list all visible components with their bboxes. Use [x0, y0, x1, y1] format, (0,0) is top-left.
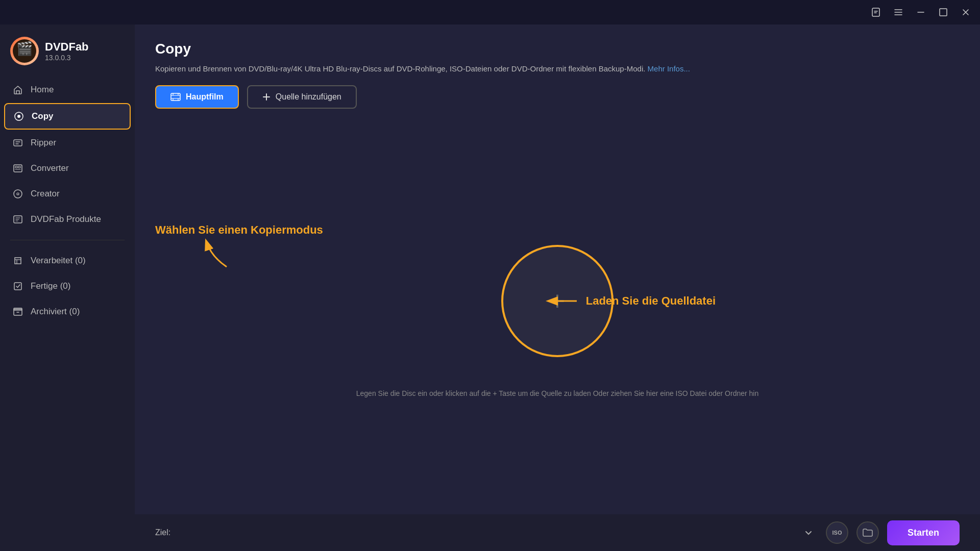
app-version: 13.0.0.3: [45, 54, 89, 62]
description-text: Kopieren und Brennen von DVD/Blu-ray/4K …: [155, 64, 645, 73]
circle-container: + Laden Sie die Quelldatei: [501, 245, 614, 357]
svg-rect-1: [940, 9, 947, 16]
sidebar-item-creator-label: Creator: [31, 189, 60, 199]
verarbeitet-icon: [12, 255, 23, 266]
minimize-icon[interactable]: [915, 6, 927, 18]
sidebar-item-home-label: Home: [31, 85, 54, 95]
ziel-label: Ziel:: [155, 528, 170, 537]
ripper-icon: [12, 137, 23, 148]
sidebar-item-fertige-label: Fertige (0): [31, 281, 70, 291]
sidebar-item-home[interactable]: Home: [4, 78, 131, 102]
sidebar-item-dvdfab[interactable]: DVDFab Produkte: [4, 207, 131, 232]
svg-rect-6: [14, 140, 22, 146]
main-content: Copy Kopieren und Brennen von DVD/Blu-ra…: [135, 24, 980, 551]
sidebar-item-archiviert[interactable]: Archiviert (0): [4, 299, 131, 324]
sidebar-item-ripper-label: Ripper: [31, 138, 56, 148]
svg-rect-0: [872, 8, 879, 16]
maximize-icon[interactable]: [937, 6, 949, 18]
iso-button[interactable]: ISO: [826, 521, 848, 544]
svg-rect-8: [15, 166, 17, 168]
brand-name: DVDFab: [45, 40, 89, 54]
iso-label: ISO: [832, 530, 842, 536]
creator-icon: [12, 188, 23, 199]
sidebar-nav: Home Copy Ripper: [0, 78, 135, 232]
app-logo: 🎬 DVDFab 13.0.0.3: [0, 33, 135, 78]
sidebar-item-converter-label: Converter: [31, 163, 69, 173]
dvdfab-icon: [12, 214, 23, 225]
logo-icon: 🎬: [10, 37, 39, 65]
sidebar-item-ripper[interactable]: Ripper: [4, 131, 131, 155]
hauptfilm-icon: [170, 93, 181, 101]
dropdown-icon[interactable]: [799, 523, 818, 542]
sidebar-item-archiviert-label: Archiviert (0): [31, 307, 80, 317]
source-arrow-container: Laden Sie die Quelldatei: [541, 291, 716, 311]
quelle-button[interactable]: Quelle hinzufügen: [247, 85, 357, 109]
logo-text: DVDFab 13.0.0.3: [45, 40, 89, 62]
svg-point-10: [14, 190, 22, 198]
close-icon[interactable]: [960, 6, 972, 18]
quelle-label: Quelle hinzufügen: [276, 92, 341, 102]
svg-point-5: [17, 115, 20, 118]
svg-text:🎬: 🎬: [16, 40, 33, 57]
more-info-link[interactable]: Mehr Infos...: [648, 64, 690, 73]
sidebar-item-copy[interactable]: Copy: [4, 103, 131, 130]
hauptfilm-button[interactable]: Hauptfilm: [155, 85, 239, 109]
content-header: Copy Kopieren und Brennen von DVD/Blu-ra…: [135, 24, 980, 85]
plus-icon: [262, 93, 271, 101]
menu-icon[interactable]: [892, 6, 904, 18]
sidebar-divider: [10, 240, 125, 240]
archiviert-icon: [12, 306, 23, 317]
sidebar-item-verarbeitet[interactable]: Verarbeitet (0): [4, 248, 131, 273]
source-arrow-svg: [541, 291, 582, 311]
folder-icon: [862, 528, 873, 537]
svg-rect-9: [18, 166, 20, 168]
main-layout: 🎬 DVDFab 13.0.0.3 Home: [0, 24, 980, 551]
mode-arrow: [196, 231, 237, 274]
folder-button[interactable]: [856, 521, 879, 544]
svg-rect-13: [14, 283, 21, 290]
home-icon: [12, 84, 23, 95]
svg-rect-16: [171, 93, 180, 101]
action-buttons: Hauptfilm Quelle hinzufügen: [135, 85, 980, 119]
fertige-icon: [12, 281, 23, 292]
converter-icon: [12, 163, 23, 174]
sidebar-item-creator[interactable]: Creator: [4, 182, 131, 206]
svg-point-11: [17, 193, 19, 195]
page-description: Kopieren und Brennen von DVD/Blu-ray/4K …: [155, 63, 960, 75]
sidebar-bottom: Verarbeitet (0) Fertige (0): [0, 248, 135, 324]
copy-icon: [13, 111, 24, 122]
drop-area[interactable]: Wählen Sie einen Kopiermodus +: [135, 119, 980, 515]
bookmark-icon[interactable]: [870, 6, 882, 18]
sidebar-item-verarbeitet-label: Verarbeitet (0): [31, 256, 86, 266]
sidebar: 🎬 DVDFab 13.0.0.3 Home: [0, 24, 135, 551]
sidebar-item-fertige[interactable]: Fertige (0): [4, 274, 131, 298]
footer: Ziel: ISO Starten: [135, 514, 980, 551]
sidebar-item-converter[interactable]: Converter: [4, 156, 131, 181]
starten-button[interactable]: Starten: [887, 520, 960, 545]
mode-hint-text: Wählen Sie einen Kopiermodus: [155, 223, 323, 237]
svg-rect-7: [14, 165, 22, 172]
source-hint-text: Laden Sie die Quelldatei: [586, 294, 716, 308]
hauptfilm-label: Hauptfilm: [186, 92, 224, 102]
sidebar-item-dvdfab-label: DVDFab Produkte: [31, 214, 101, 224]
content-panel: Copy Kopieren und Brennen von DVD/Blu-ra…: [135, 24, 980, 514]
sidebar-item-copy-label: Copy: [32, 111, 54, 121]
page-title: Copy: [155, 41, 960, 57]
titlebar: [0, 0, 980, 24]
drop-hint-text: Legen Sie die Disc ein oder klicken auf …: [336, 378, 779, 409]
